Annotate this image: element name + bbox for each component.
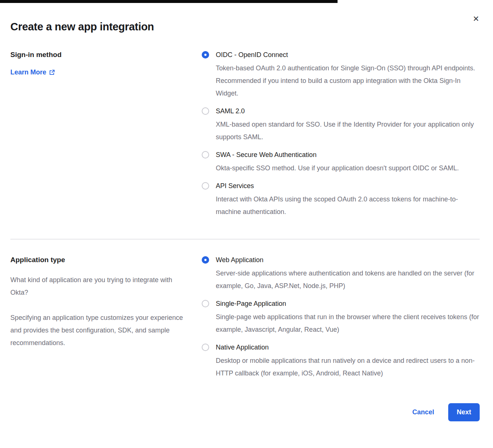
top-edge-bar [0, 0, 338, 3]
option-oidc: OIDC - OpenID Connect Token-based OAuth … [202, 50, 480, 100]
option-api-services-description: Interact with Okta APIs using the scoped… [216, 193, 480, 218]
option-single-page-application: Single-Page Application Single-page web … [202, 299, 480, 336]
option-saml: SAML 2.0 XML-based open standard for SSO… [202, 106, 480, 143]
close-icon[interactable]: ✕ [471, 13, 481, 24]
application-type-section: Application type What kind of applicatio… [10, 255, 480, 386]
signin-method-left-col: Sign-in method Learn More [10, 50, 202, 76]
external-link-icon [49, 70, 55, 75]
option-saml-label[interactable]: SAML 2.0 [216, 106, 480, 116]
signin-method-section: Sign-in method Learn More OIDC - OpenID … [10, 50, 480, 225]
radio-native-application[interactable] [202, 344, 209, 351]
radio-single-page-application[interactable] [202, 300, 209, 307]
option-web-application: Web Application Server-side applications… [202, 255, 480, 292]
application-type-explanation: Specifying an application type customize… [10, 311, 187, 349]
radio-web-application[interactable] [202, 256, 209, 264]
option-swa-label[interactable]: SWA - Secure Web Authentication [216, 150, 459, 160]
option-web-application-description: Server-side applications where authentic… [216, 267, 480, 292]
option-api-services-label[interactable]: API Services [216, 181, 480, 191]
signin-method-options: OIDC - OpenID Connect Token-based OAuth … [202, 50, 480, 225]
option-native-application-description: Desktop or mobile applications that run … [216, 354, 480, 380]
radio-swa[interactable] [202, 151, 209, 158]
create-app-integration-dialog: Create a new app integration Sign-in met… [0, 0, 493, 438]
learn-more-link[interactable]: Learn More [10, 68, 55, 76]
application-type-left-col: Application type What kind of applicatio… [10, 255, 202, 349]
option-swa: SWA - Secure Web Authentication Okta-spe… [202, 150, 480, 174]
application-type-options: Web Application Server-side applications… [202, 255, 480, 386]
radio-api-services[interactable] [202, 182, 209, 190]
option-single-page-application-description: Single-page web applications that run in… [216, 311, 480, 336]
application-type-question: What kind of application are you trying … [10, 274, 187, 299]
radio-saml[interactable] [202, 107, 209, 115]
application-type-heading: Application type [10, 255, 187, 265]
learn-more-label: Learn More [10, 68, 46, 76]
dialog-footer: Cancel Next [10, 403, 480, 438]
option-oidc-label[interactable]: OIDC - OpenID Connect [216, 50, 480, 60]
option-single-page-application-label[interactable]: Single-Page Application [216, 299, 480, 308]
cancel-button[interactable]: Cancel [412, 408, 434, 416]
next-button[interactable]: Next [448, 403, 480, 421]
option-swa-description: Okta-specific SSO method. Use if your ap… [216, 162, 459, 174]
option-web-application-label[interactable]: Web Application [216, 255, 480, 265]
section-divider [10, 239, 480, 240]
option-oidc-description: Token-based OAuth 2.0 authentication for… [216, 62, 480, 100]
page-title: Create a new app integration [10, 21, 480, 33]
signin-method-heading: Sign-in method [10, 50, 187, 60]
option-native-application: Native Application Desktop or mobile app… [202, 342, 480, 380]
option-native-application-label[interactable]: Native Application [216, 342, 480, 352]
option-saml-description: XML-based open standard for SSO. Use if … [216, 118, 480, 143]
option-api-services: API Services Interact with Okta APIs usi… [202, 181, 480, 218]
radio-oidc[interactable] [202, 51, 209, 58]
